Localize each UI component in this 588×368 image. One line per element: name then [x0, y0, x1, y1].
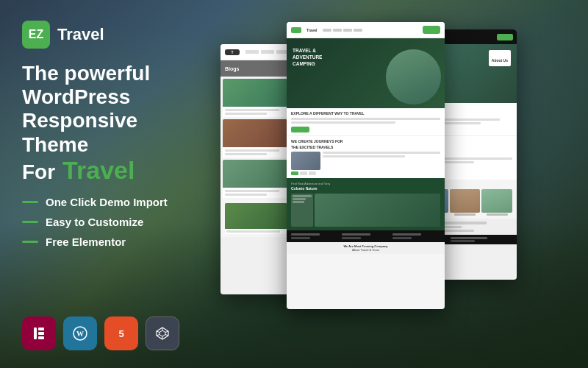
- hero-image: [386, 49, 441, 105]
- ss-explore: EXPLORE A DIFFERENT WAY TO TRAVEL: [287, 108, 445, 135]
- logo-area: EZ Travel: [22, 21, 198, 49]
- headline-line2: Responsive Theme: [22, 109, 198, 156]
- feature-dash-1: [22, 201, 38, 203]
- ss-adventure: Feel Real Adventure and Very Colseto Nat…: [287, 178, 445, 230]
- screenshot-main: Travel TRAVEL & ADVENTURE CAMPING: [287, 22, 445, 309]
- logo-badge-text: EZ: [29, 28, 43, 41]
- svg-line-13: [157, 335, 159, 336]
- tech-icon-codepen: [146, 316, 179, 350]
- ss-hero: TRAVEL & ADVENTURE CAMPING: [287, 38, 445, 108]
- logo-badge: EZ: [22, 21, 50, 49]
- svg-rect-0: [34, 328, 37, 339]
- tech-icon-html5: 5: [104, 316, 138, 350]
- blog-item-3: [223, 119, 287, 158]
- feature-list: One Click Demo Import Easy to Customize …: [22, 196, 198, 248]
- svg-text:W: W: [76, 330, 84, 338]
- headline-line1: The powerful WordPress: [22, 62, 198, 109]
- svg-line-11: [157, 331, 159, 333]
- tech-icon-wordpress: W: [63, 316, 97, 350]
- tech-icon-elementor: [22, 316, 56, 350]
- blog-item-7: [225, 203, 287, 234]
- about-badge-text: About Us: [492, 58, 508, 63]
- team-member-4: [481, 189, 512, 216]
- svg-rect-2: [38, 332, 44, 335]
- feature-dash-2: [22, 221, 38, 223]
- feature-item-1: One Click Demo Import: [22, 196, 198, 208]
- headline-for: For: [22, 159, 55, 185]
- main-container: EZ Travel The powerful WordPress Respons…: [0, 0, 588, 368]
- blog-label-text: Blogs: [225, 66, 239, 71]
- feature-item-3: Free Elementor: [22, 236, 198, 248]
- svg-text:5: 5: [118, 328, 123, 339]
- tech-icons-row: W 5: [22, 316, 198, 350]
- svg-rect-1: [38, 328, 44, 330]
- svg-line-12: [165, 331, 168, 333]
- logo-text: Travel: [57, 25, 104, 44]
- svg-marker-8: [159, 330, 165, 336]
- left-panel: EZ Travel The powerful WordPress Respons…: [0, 0, 220, 368]
- svg-line-14: [165, 335, 168, 336]
- feature-text-3: Free Elementor: [46, 236, 126, 248]
- feature-text-2: Easy to Customize: [46, 216, 143, 228]
- team-member-3: [450, 189, 481, 216]
- ss-tagline: We Are Most Funning Company About Travel…: [287, 242, 445, 254]
- ss-footer: [287, 230, 445, 242]
- svg-rect-3: [38, 336, 44, 339]
- feature-text-1: One Click Demo Import: [46, 196, 168, 208]
- ss-journey: WE CREATE JOURNEYS FOR THE EXCITED TRAVE…: [287, 135, 445, 178]
- blog-item-5: [223, 160, 287, 198]
- blog-item-1: [223, 79, 287, 117]
- screenshots-container: T Blogs: [220, 7, 581, 361]
- right-panel: T Blogs: [220, 0, 588, 368]
- feature-dash-3: [22, 241, 38, 243]
- about-us-badge: About Us: [489, 50, 511, 66]
- feature-item-2: Easy to Customize: [22, 216, 198, 228]
- ss-main-header: Travel: [287, 22, 445, 38]
- headline: The powerful WordPress Responsive Theme …: [22, 62, 198, 185]
- headline-travel: Travel: [62, 157, 135, 184]
- hero-text: TRAVEL & ADVENTURE CAMPING: [293, 47, 322, 67]
